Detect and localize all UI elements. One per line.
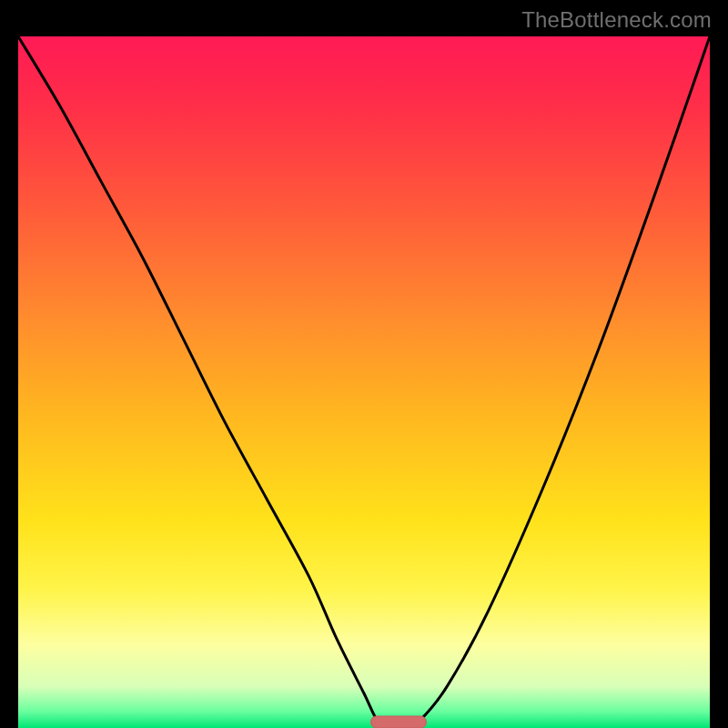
chart-frame — [18, 36, 710, 728]
optimal-zone-marker — [371, 716, 427, 728]
watermark-text: TheBottleneck.com — [521, 7, 712, 33]
bottleneck-chart — [18, 36, 710, 728]
gradient-background — [18, 36, 710, 728]
